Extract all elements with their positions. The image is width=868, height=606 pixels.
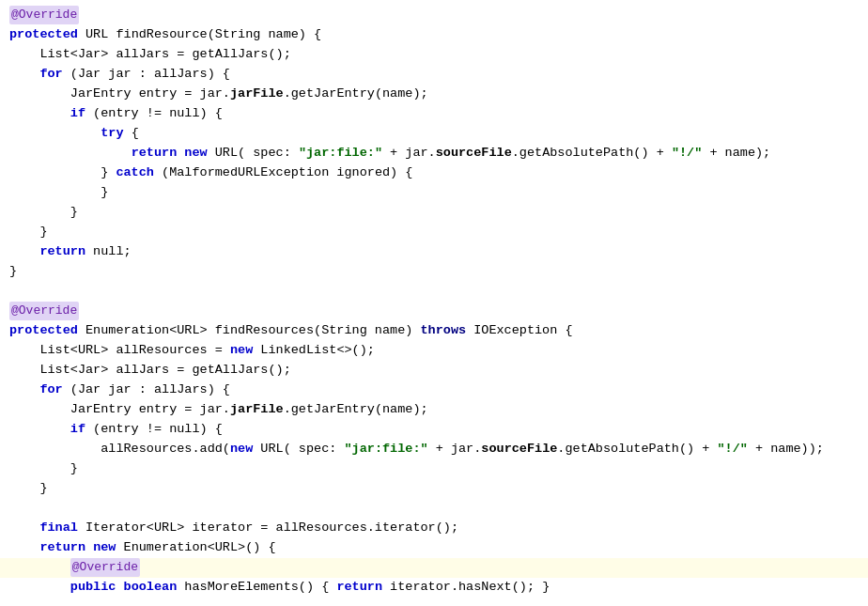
kw-protected-2: protected (9, 323, 78, 337)
code-line-13: return null; (0, 242, 868, 262)
kw-new-4: new (93, 540, 116, 554)
code-line-2: protected URL findResource(String name) … (0, 25, 868, 45)
code-line-31 (0, 598, 868, 606)
field-jarfile-2: jarFile (230, 402, 284, 416)
code-line-5: JarEntry entry = jar.jarFile.getJarEntry… (0, 85, 868, 104)
override-tag-1: @Override (9, 6, 79, 24)
code-line-20: for (Jar jar : allJars) { (0, 381, 868, 400)
code-line-19: List<Jar> allJars = getAllJars(); (0, 361, 868, 381)
kw-protected: protected (9, 27, 78, 41)
override-tag-3: @Override (70, 558, 140, 577)
code-line-8: return new URL( spec: "jar:file:" + jar.… (0, 144, 868, 163)
field-sourcefile-2: sourceFile (481, 442, 557, 456)
code-line-25: } (0, 479, 868, 499)
code-line-9: } catch (MalformedURLException ignored) … (0, 163, 868, 183)
kw-return-3: return (336, 580, 382, 594)
kw-new-2: new (230, 343, 253, 357)
override-tag-2: @Override (9, 302, 79, 320)
code-line-28: return new Enumeration<URL>() { (0, 538, 868, 558)
code-line-16: @Override (0, 302, 868, 321)
code-line-11: } (0, 203, 868, 223)
kw-final: final (39, 521, 78, 535)
kw-return-1: return (132, 146, 178, 160)
code-line-21: JarEntry entry = jar.jarFile.getJarEntry… (0, 400, 868, 420)
string-jarfile-1: "jar:file:" (299, 146, 382, 160)
code-line-26 (0, 499, 868, 519)
code-line-23: allResources.add(new URL( spec: "jar:fil… (0, 440, 868, 459)
code-line-4: for (Jar jar : allJars) { (0, 65, 868, 85)
string-sep-1: "!/" (672, 146, 702, 160)
kw-public-1: public (70, 580, 116, 594)
kw-throws: throws (420, 323, 466, 337)
code-line-12: } (0, 223, 868, 242)
code-line-29: @Override (0, 558, 868, 578)
code-line-17: protected Enumeration<URL> findResources… (0, 321, 868, 341)
kw-new-1: new (184, 146, 207, 160)
kw-catch: catch (116, 165, 154, 179)
code-line-22: if (entry != null) { (0, 420, 868, 440)
code-line-7: try { (0, 124, 868, 144)
field-sourcefile-1: sourceFile (436, 146, 512, 160)
code-line-18: List<URL> allResources = new LinkedList<… (0, 341, 868, 361)
field-jarfile: jarFile (230, 86, 284, 101)
code-line-1: @Override (0, 6, 868, 25)
kw-if: if (70, 106, 85, 120)
code-line-6: if (entry != null) { (0, 104, 868, 124)
code-line-30: public boolean hasMoreElements() { retur… (0, 578, 868, 598)
code-line-3: List<Jar> allJars = getAllJars(); (0, 45, 868, 65)
code-container: @Override protected URL findResource(Str… (0, 0, 868, 606)
code-line-27: final Iterator<URL> iterator = allResour… (0, 519, 868, 538)
code-line-24: } (0, 459, 868, 479)
code-line-14: } (0, 262, 868, 282)
kw-return-null: return (39, 244, 85, 258)
kw-for-2: for (39, 382, 62, 396)
kw-return-2: return (39, 540, 85, 554)
code-line-10: } (0, 183, 868, 203)
kw-try: try (101, 126, 123, 140)
code-line-15 (0, 282, 868, 302)
kw-boolean: boolean (124, 580, 178, 594)
kw-for: for (39, 67, 62, 81)
kw-if-2: if (70, 422, 85, 436)
string-sep-2: "!/" (717, 442, 747, 456)
string-jarfile-2: "jar:file:" (344, 442, 427, 456)
kw-new-3: new (230, 442, 253, 456)
